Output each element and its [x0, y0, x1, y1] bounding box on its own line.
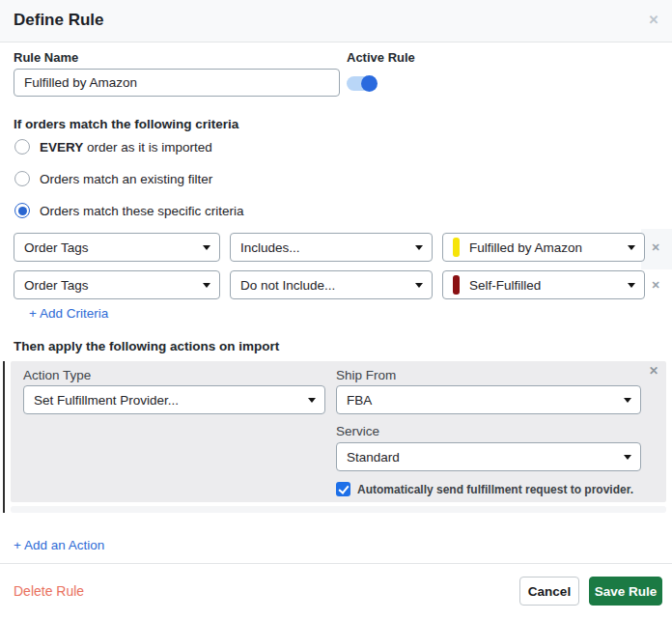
remove-criteria-icon[interactable]: ✕ — [645, 270, 666, 299]
ship-from-label: Ship From — [336, 368, 396, 382]
toggle-knob — [361, 75, 378, 92]
footer-divider — [0, 563, 672, 564]
radio-option-label: EVERY order as it is imported — [40, 140, 212, 155]
action-panel-footer-strip — [11, 506, 666, 513]
radio-option-specific-criteria: Orders match these specific criteria — [14, 202, 244, 219]
radio-option-text: Orders match an existing filter — [40, 172, 212, 186]
select-value: Fulfilled by Amazon — [469, 240, 582, 255]
modal-title: Define Rule — [14, 11, 104, 30]
active-rule-toggle[interactable] — [347, 75, 379, 92]
criteria-field-select[interactable]: Order Tags — [14, 233, 220, 262]
service-select[interactable]: Standard — [336, 442, 641, 471]
select-value: Do not Include... — [240, 278, 335, 293]
radio-icon-selected[interactable] — [14, 203, 30, 218]
save-rule-button[interactable]: Save Rule — [589, 577, 662, 606]
remove-action-icon[interactable]: ✕ — [645, 364, 662, 378]
radio-option-bold: EVERY — [40, 140, 83, 155]
radio-icon[interactable] — [14, 139, 30, 155]
tag-color-pill — [453, 275, 460, 295]
criteria-value-select[interactable]: Self-Fulfilled — [442, 270, 645, 299]
radio-option-label: Orders match an existing filter — [40, 172, 212, 186]
chevron-down-icon — [308, 398, 316, 403]
criteria-heading: If orders match the following criteria — [14, 117, 238, 131]
radio-option-label: Orders match these specific criteria — [40, 204, 244, 218]
chevron-down-icon — [415, 245, 423, 250]
chevron-down-icon — [628, 283, 635, 288]
active-rule-label: Active Rule — [347, 50, 415, 65]
radio-option-every: EVERY order as it is imported — [14, 138, 212, 155]
criteria-operator-select[interactable]: Do not Include... — [230, 270, 433, 299]
chevron-down-icon — [628, 245, 635, 250]
add-criteria-link[interactable]: + Add Criteria — [29, 306, 108, 321]
criteria-operator-select[interactable]: Includes... — [230, 233, 433, 262]
service-label: Service — [336, 424, 379, 438]
radio-option-existing-filter: Orders match an existing filter — [14, 170, 212, 187]
add-action-link[interactable]: + Add an Action — [14, 538, 104, 552]
modal-header: Define Rule ✕ — [0, 0, 672, 42]
radio-option-text: order as it is imported — [83, 140, 212, 155]
chevron-down-icon — [203, 245, 210, 250]
close-icon[interactable]: ✕ — [645, 13, 662, 27]
delete-rule-link[interactable]: Delete Rule — [14, 583, 84, 599]
select-value: Order Tags — [24, 240, 89, 255]
tag-color-pill — [453, 238, 460, 257]
chevron-down-icon — [624, 455, 631, 460]
select-value: Self-Fulfilled — [469, 278, 541, 293]
chevron-down-icon — [203, 283, 210, 288]
criteria-value-select[interactable]: Fulfilled by Amazon — [442, 233, 645, 262]
actions-heading: Then apply the following actions on impo… — [14, 339, 279, 353]
ship-from-select[interactable]: FBA — [336, 385, 641, 414]
criteria-field-select[interactable]: Order Tags — [14, 270, 220, 299]
radio-icon[interactable] — [14, 171, 30, 186]
remove-criteria-icon[interactable]: ✕ — [645, 233, 666, 262]
select-value: Order Tags — [24, 278, 89, 293]
action-connector-line — [3, 361, 5, 513]
select-value: Includes... — [240, 240, 300, 255]
cancel-button[interactable]: Cancel — [519, 577, 579, 606]
auto-send-checkbox[interactable] — [336, 482, 350, 496]
rule-name-label: Rule Name — [14, 50, 78, 65]
rule-name-input[interactable] — [14, 69, 340, 97]
select-value: Set Fulfillment Provider... — [34, 393, 179, 408]
select-value: FBA — [347, 393, 372, 408]
chevron-down-icon — [415, 283, 423, 288]
auto-send-label: Automatically send fulfillment request t… — [357, 483, 633, 496]
chevron-down-icon — [624, 398, 631, 403]
action-type-label: Action Type — [23, 368, 91, 382]
action-type-select[interactable]: Set Fulfillment Provider... — [23, 385, 325, 414]
define-rule-modal: Define Rule ✕ Rule Name Active Rule If o… — [0, 0, 672, 620]
radio-option-text: Orders match these specific criteria — [40, 204, 244, 218]
select-value: Standard — [347, 450, 400, 465]
